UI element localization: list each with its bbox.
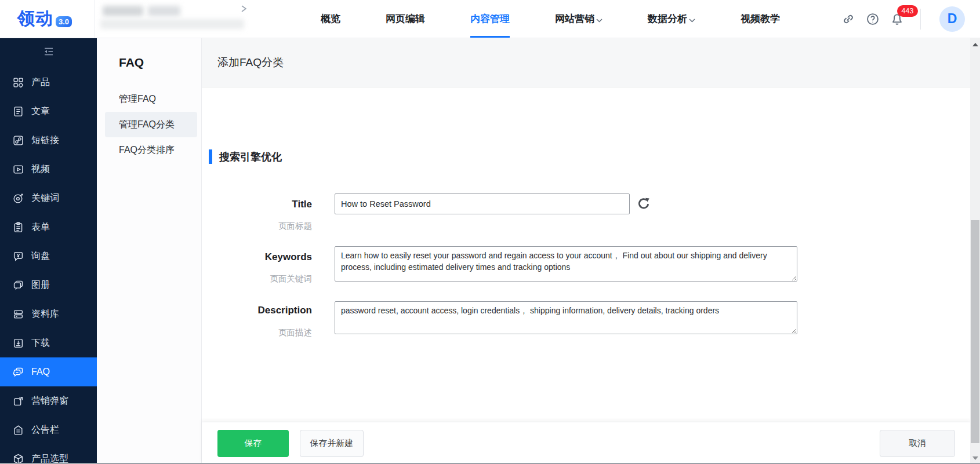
keywords-label: Keywords bbox=[202, 251, 312, 263]
save-and-new-button[interactable]: 保存并新建 bbox=[300, 430, 364, 457]
chevron-right-icon[interactable] bbox=[239, 5, 248, 13]
main-content: 添加FAQ分类 搜索引擎优化 Title 页面标题 Keywords 页面关键词… bbox=[202, 38, 980, 464]
article-icon bbox=[13, 106, 24, 117]
sidebar-item-library[interactable]: 资料库 bbox=[0, 299, 97, 328]
sidebar-item-forms[interactable]: 表单 bbox=[0, 213, 97, 242]
scrollbar-thumb[interactable] bbox=[971, 220, 979, 443]
top-bar: 领动 3.0 概览 网页编辑 内容管理 网站营销 数据分析 视频教学 bbox=[0, 0, 980, 38]
sidebar-item-keywords[interactable]: 关键词 bbox=[0, 184, 97, 213]
submenu-item-faq-category-sort[interactable]: FAQ分类排序 bbox=[97, 137, 201, 163]
tab-label: 内容管理 bbox=[470, 12, 510, 25]
secondary-sidebar: FAQ 管理FAQ 管理FAQ分类 FAQ分类排序 bbox=[97, 38, 202, 464]
tab-data-analysis[interactable]: 数据分析 bbox=[648, 0, 695, 38]
sidebar-item-marketing-popup[interactable]: 营销弹窗 bbox=[0, 386, 97, 415]
submenu-item-manage-faq[interactable]: 管理FAQ bbox=[97, 86, 201, 112]
page-header: 添加FAQ分类 bbox=[202, 38, 980, 87]
tab-label: 数据分析 bbox=[648, 12, 687, 25]
sidebar-item-label: 营销弹窗 bbox=[31, 395, 68, 407]
refresh-icon[interactable] bbox=[637, 197, 651, 211]
brand-logo: 领动 3.0 bbox=[0, 0, 95, 38]
sidebar-item-label: 产品 bbox=[31, 76, 50, 89]
sidebar-item-label: 下载 bbox=[31, 337, 50, 349]
sidebar-item-gallery[interactable]: 图册 bbox=[0, 271, 97, 299]
sidebar-item-label: 短链接 bbox=[31, 134, 59, 147]
save-button[interactable]: 保存 bbox=[217, 430, 289, 457]
description-sublabel: 页面描述 bbox=[202, 327, 312, 338]
description-textarea[interactable]: password reset, account access, login cr… bbox=[335, 301, 797, 334]
top-actions: 443 D bbox=[841, 0, 980, 38]
faq-icon bbox=[13, 367, 24, 378]
tab-page-editor[interactable]: 网页编辑 bbox=[386, 0, 425, 38]
sidebar-item-articles[interactable]: 文章 bbox=[0, 97, 97, 126]
sidebar-item-short-links[interactable]: 短链接 bbox=[0, 126, 97, 155]
keyword-icon bbox=[13, 193, 24, 204]
sidebar-item-product-selector[interactable]: 产品选型 bbox=[0, 444, 97, 464]
sidebar-item-faq[interactable]: FAQ bbox=[0, 357, 97, 386]
library-icon bbox=[13, 309, 24, 320]
shortlink-icon bbox=[13, 135, 24, 146]
submenu-item-manage-faq-categories[interactable]: 管理FAQ分类 bbox=[105, 112, 197, 137]
keywords-textarea[interactable]: Learn how to easily reset your password … bbox=[335, 246, 797, 282]
section-accent-bar bbox=[209, 149, 212, 164]
tab-label: 网页编辑 bbox=[386, 12, 425, 25]
grid-icon bbox=[13, 77, 24, 88]
vertical-scrollbar bbox=[970, 38, 980, 464]
announcement-icon bbox=[13, 425, 24, 436]
tab-label: 网站营销 bbox=[555, 12, 594, 25]
seo-section-header: 搜索引擎优化 bbox=[209, 149, 282, 164]
chevron-down-icon bbox=[689, 14, 695, 25]
sidebar-item-label: 关键词 bbox=[31, 192, 59, 204]
sidebar-item-products[interactable]: 产品 bbox=[0, 68, 97, 97]
primary-sidebar: 产品 文章 短链接 视频 关键词 表单 bbox=[0, 38, 97, 464]
scroll-down-arrow[interactable] bbox=[970, 453, 980, 463]
sidebar-item-label: 资料库 bbox=[31, 308, 59, 320]
title-input[interactable] bbox=[335, 193, 630, 214]
download-icon bbox=[13, 338, 24, 349]
submenu-list: 管理FAQ 管理FAQ分类 FAQ分类排序 bbox=[97, 86, 201, 163]
scroll-up-arrow[interactable] bbox=[970, 39, 980, 49]
description-label: Description bbox=[202, 305, 312, 316]
blurred-text-block bbox=[100, 19, 244, 29]
inquiry-icon bbox=[13, 251, 24, 262]
section-title: 搜索引擎优化 bbox=[219, 150, 282, 164]
footer-action-bar: 保存 保存并新建 取消 bbox=[202, 422, 970, 464]
sidebar-item-inquiries[interactable]: 询盘 bbox=[0, 242, 97, 271]
gallery-icon bbox=[13, 280, 24, 291]
popup-icon bbox=[13, 396, 24, 407]
sidebar-item-label: 文章 bbox=[31, 105, 50, 118]
page-title: 添加FAQ分类 bbox=[217, 55, 284, 70]
help-icon[interactable] bbox=[866, 12, 880, 26]
sidebar-item-label: 公告栏 bbox=[31, 424, 59, 436]
sidebar-item-announcements[interactable]: 公告栏 bbox=[0, 415, 97, 444]
chevron-down-icon bbox=[596, 14, 602, 25]
blurred-text-block bbox=[148, 6, 180, 16]
form-area: 搜索引擎优化 Title 页面标题 Keywords 页面关键词 Learn h… bbox=[202, 87, 980, 464]
divider bbox=[920, 9, 921, 30]
site-name-redacted bbox=[95, 0, 264, 38]
tab-site-marketing[interactable]: 网站营销 bbox=[555, 0, 602, 38]
cancel-button[interactable]: 取消 bbox=[880, 430, 955, 457]
sidebar-item-label: 表单 bbox=[31, 221, 50, 233]
notifications-bell-icon[interactable]: 443 bbox=[890, 12, 904, 26]
blurred-text-block bbox=[103, 6, 143, 16]
user-avatar[interactable]: D bbox=[939, 6, 965, 32]
link-icon[interactable] bbox=[841, 12, 855, 26]
tab-content-management[interactable]: 内容管理 bbox=[470, 0, 510, 38]
sidebar-item-label: 视频 bbox=[31, 163, 50, 176]
main-nav: 概览 网页编辑 内容管理 网站营销 数据分析 视频教学 bbox=[321, 0, 780, 38]
tab-video-tutorials[interactable]: 视频教学 bbox=[741, 0, 780, 38]
tab-label: 概览 bbox=[321, 12, 340, 25]
keywords-sublabel: 页面关键词 bbox=[202, 273, 312, 284]
sidebar-item-label: FAQ bbox=[31, 367, 50, 377]
submenu-title: FAQ bbox=[97, 56, 201, 70]
sidebar-item-label: 询盘 bbox=[31, 250, 50, 262]
tab-label: 视频教学 bbox=[741, 12, 780, 25]
tab-overview[interactable]: 概览 bbox=[321, 0, 340, 38]
notification-count-badge: 443 bbox=[897, 5, 918, 17]
sidebar-menu: 产品 文章 短链接 视频 关键词 表单 bbox=[0, 68, 97, 464]
collapse-sidebar-icon[interactable] bbox=[43, 46, 55, 57]
sidebar-item-videos[interactable]: 视频 bbox=[0, 155, 97, 184]
sidebar-item-downloads[interactable]: 下载 bbox=[0, 328, 97, 357]
logo-text: 领动 bbox=[17, 7, 53, 31]
logo-version-badge: 3.0 bbox=[56, 16, 72, 27]
